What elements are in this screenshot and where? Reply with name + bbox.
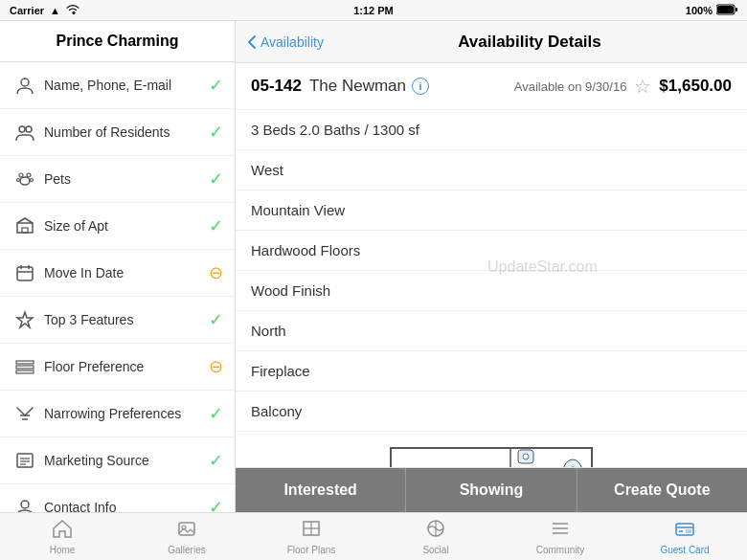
sidebar-item-name-phone-email[interactable]: Name, Phone, E-mail✓	[0, 62, 235, 109]
tab-item-home[interactable]: Home	[0, 519, 124, 555]
tab-label-home: Home	[50, 545, 76, 555]
sidebar-items: Name, Phone, E-mail✓Number of Residents✓…	[0, 62, 235, 512]
sidebar-item-contact-info[interactable]: Contact Info✓	[0, 484, 235, 512]
main-layout: Prince Charming Name, Phone, E-mail✓Numb…	[0, 21, 747, 512]
showing-button[interactable]: Showing	[406, 468, 577, 512]
sidebar-icon-top-features	[11, 306, 38, 333]
unit-price: $1,650.00	[659, 77, 732, 96]
tab-item-social[interactable]: Social	[374, 519, 498, 555]
feature-row: North	[236, 311, 747, 351]
checkmark-icon: ✓	[209, 122, 223, 143]
minus-icon: ⊖	[209, 262, 223, 283]
tab-item-floor-plans[interactable]: Floor Plans	[249, 519, 374, 555]
tab-label-community: Community	[536, 545, 585, 555]
bottom-buttons: Interested Showing Create Quote	[236, 467, 747, 512]
content-area: 05-142 The Newman i Available on 9/30/16…	[236, 63, 747, 467]
unit-number: 05-142	[251, 77, 302, 96]
sidebar-label-top-features: Top 3 Features	[44, 312, 209, 327]
sidebar-item-pets[interactable]: Pets✓	[0, 156, 235, 203]
sidebar-label-move-in-date: Move In Date	[44, 265, 209, 280]
sidebar-label-size-apt: Size of Apt	[44, 218, 209, 234]
battery-icon	[716, 4, 737, 17]
svg-point-8	[27, 173, 31, 177]
tab-icon-guest-card	[674, 519, 695, 543]
nav-bar: Availability Availability Details	[236, 21, 747, 63]
tab-icon-home	[52, 519, 73, 543]
status-bar: Carrier ▲ 1:12 PM 100%	[0, 0, 747, 21]
sidebar-item-top-features[interactable]: Top 3 Features✓	[0, 297, 235, 344]
sidebar-item-marketing-source[interactable]: Marketing Source✓	[0, 437, 235, 484]
svg-rect-18	[16, 366, 34, 369]
info-icon[interactable]: i	[412, 78, 429, 95]
feature-row: West	[236, 150, 747, 190]
svg-rect-51	[179, 523, 194, 535]
nav-back-button[interactable]: Availability	[247, 34, 324, 50]
tab-item-guest-card[interactable]: Guest Card	[622, 519, 747, 555]
sidebar-label-pets: Pets	[44, 171, 209, 187]
sidebar-item-number-residents[interactable]: Number of Residents✓	[0, 109, 235, 156]
checkmark-icon: ✓	[209, 75, 223, 96]
sidebar-icon-size-apt	[11, 213, 38, 239]
svg-rect-17	[16, 361, 34, 364]
feature-row: Balcony	[236, 392, 747, 432]
sidebar-icon-marketing-source	[11, 447, 38, 474]
feature-row: Wood Finish	[236, 271, 747, 311]
tab-item-community[interactable]: Community	[498, 519, 622, 555]
feature-row: 3 Beds 2.0 Baths / 1300 sf	[236, 110, 747, 150]
carrier-label: Carrier	[10, 5, 44, 16]
checkmark-icon: ✓	[209, 168, 223, 190]
interested-button[interactable]: Interested	[236, 468, 406, 512]
status-right: 100%	[686, 4, 737, 17]
sidebar-item-move-in-date[interactable]: Move In Date⊖	[0, 250, 235, 297]
svg-rect-1	[717, 6, 734, 13]
checkmark-icon: ✓	[209, 309, 223, 330]
svg-point-26	[21, 501, 29, 508]
tab-bar: HomeGalleriesFloor PlansSocialCommunityG…	[0, 512, 747, 560]
sidebar-item-narrowing-prefs[interactable]: Narrowing Preferences✓	[0, 391, 235, 437]
available-text: Available on 9/30/16	[514, 79, 627, 94]
svg-rect-64	[686, 529, 691, 533]
tab-icon-galleries	[176, 519, 197, 543]
sidebar-label-floor-preference: Floor Preference	[44, 359, 209, 374]
tab-label-floor-plans: Floor Plans	[287, 545, 336, 555]
sidebar-label-name-phone-email: Name, Phone, E-mail	[44, 78, 209, 93]
create-quote-button[interactable]: Create Quote	[577, 468, 747, 512]
minus-icon: ⊖	[209, 356, 223, 377]
sidebar-label-contact-info: Contact Info	[44, 500, 209, 512]
svg-rect-19	[16, 370, 34, 373]
svg-point-5	[26, 126, 32, 132]
status-time: 1:12 PM	[353, 5, 394, 16]
checkmark-icon: ✓	[209, 403, 223, 424]
sidebar-item-size-apt[interactable]: Size of Apt✓	[0, 203, 235, 250]
nav-title: Availability Details	[324, 33, 736, 52]
tab-icon-community	[550, 519, 571, 543]
feature-row: Mountain View	[236, 190, 747, 231]
battery-label: 100%	[686, 5, 713, 16]
favorite-star-icon[interactable]: ☆	[634, 75, 651, 98]
svg-point-4	[19, 126, 25, 132]
sidebar-icon-move-in-date	[11, 259, 38, 286]
floorplan-svg: Home Snooze 13'8" x 11' Refresh	[386, 443, 597, 467]
sidebar-icon-floor-preference	[11, 353, 38, 380]
tab-icon-floor-plans	[301, 519, 322, 543]
signal-icon: ▲	[50, 5, 60, 16]
checkmark-icon: ✓	[209, 497, 223, 512]
unit-name: The Newman	[309, 77, 406, 96]
sidebar-item-floor-preference[interactable]: Floor Preference⊖	[0, 344, 235, 391]
svg-point-9	[17, 179, 20, 182]
feature-row: Hardwood Floors	[236, 231, 747, 271]
sidebar-icon-name-phone-email	[11, 72, 38, 99]
sidebar-label-number-residents: Number of Residents	[44, 124, 209, 140]
unit-header: 05-142 The Newman i Available on 9/30/16…	[236, 63, 747, 110]
tab-label-social: Social	[422, 545, 448, 555]
nav-back-label: Availability	[260, 34, 324, 50]
svg-point-10	[31, 179, 34, 182]
svg-point-7	[19, 173, 23, 177]
status-left: Carrier ▲	[10, 4, 79, 17]
svg-rect-2	[736, 8, 737, 11]
tab-item-galleries[interactable]: Galleries	[124, 519, 249, 555]
svg-rect-22	[17, 454, 33, 467]
sidebar: Prince Charming Name, Phone, E-mail✓Numb…	[0, 21, 236, 512]
checkmark-icon: ✓	[209, 215, 223, 236]
svg-rect-38	[391, 448, 592, 467]
